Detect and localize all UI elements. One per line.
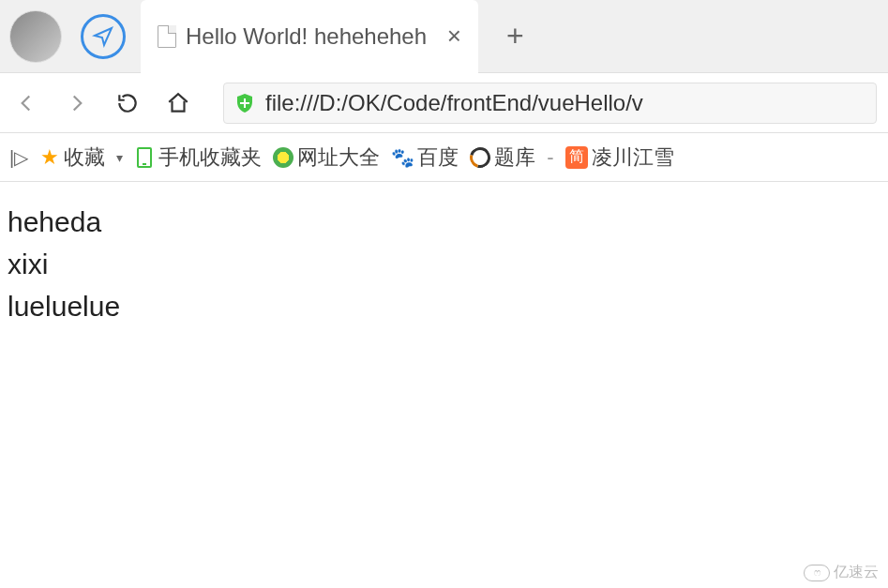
home-button[interactable] xyxy=(163,88,193,118)
user-avatar[interactable] xyxy=(9,10,62,63)
bookmark-label: 百度 xyxy=(417,143,459,172)
bookmark-label: 手机收藏夹 xyxy=(158,143,262,172)
bookmark-label: 网址大全 xyxy=(297,143,380,172)
address-bar[interactable]: file:///D:/OK/Code/frontEnd/vueHello/v xyxy=(223,83,877,124)
reload-button[interactable] xyxy=(113,88,143,118)
close-icon[interactable]: × xyxy=(447,22,461,51)
text-line: xixi xyxy=(8,243,880,285)
new-tab-button[interactable]: + xyxy=(506,19,524,53)
watermark-icon: ෆ xyxy=(804,565,830,581)
bookmark-baidu[interactable]: 🐾 百度 xyxy=(391,143,459,172)
bookmark-mobile[interactable]: 手机收藏夹 xyxy=(134,143,262,172)
shield-icon xyxy=(233,92,256,114)
compass-icon[interactable] xyxy=(81,14,126,59)
page-icon xyxy=(158,25,176,48)
bookmark-wangzhi[interactable]: 网址大全 xyxy=(273,143,380,172)
forward-button[interactable] xyxy=(62,88,92,118)
watermark: ෆ 亿速云 xyxy=(804,563,879,582)
panel-toggle[interactable]: |▷ xyxy=(9,146,28,169)
bookmark-label: 题库 xyxy=(494,143,535,172)
watermark-text: 亿速云 xyxy=(834,563,879,582)
back-button[interactable] xyxy=(11,88,41,118)
bookmark-tiku[interactable]: 题库 xyxy=(470,143,535,172)
bookmark-bar: |▷ ★ 收藏 ▾ 手机收藏夹 网址大全 🐾 百度 题库 - 简 凌川江雪 xyxy=(0,133,888,182)
star-icon: ★ xyxy=(39,147,60,168)
page-content: heheda xixi lueluelue xyxy=(0,182,888,346)
jian-icon: 简 xyxy=(565,146,588,169)
text-line: lueluelue xyxy=(8,285,880,327)
phone-icon xyxy=(134,147,155,168)
nav-toolbar: file:///D:/OK/Code/frontEnd/vueHello/v xyxy=(0,73,888,133)
baidu-icon: 🐾 xyxy=(391,147,414,168)
url-text: file:///D:/OK/Code/frontEnd/vueHello/v xyxy=(265,90,643,116)
tiku-icon xyxy=(470,147,490,168)
tab-title: Hello World! heheheheh xyxy=(186,23,427,50)
text-line: heheda xyxy=(8,201,880,243)
bookmark-label: 凌川江雪 xyxy=(592,143,674,172)
bookmark-favorites[interactable]: ★ 收藏 xyxy=(39,143,105,172)
bookmark-label: 收藏 xyxy=(64,143,105,172)
360-icon xyxy=(273,147,293,168)
browser-tab[interactable]: Hello World! heheheheh × xyxy=(141,0,478,73)
chevron-down-icon[interactable]: ▾ xyxy=(116,150,123,165)
separator: - xyxy=(547,145,553,170)
bookmark-lingchuan[interactable]: 简 凌川江雪 xyxy=(565,143,674,172)
tab-bar: Hello World! heheheheh × + xyxy=(0,0,888,73)
